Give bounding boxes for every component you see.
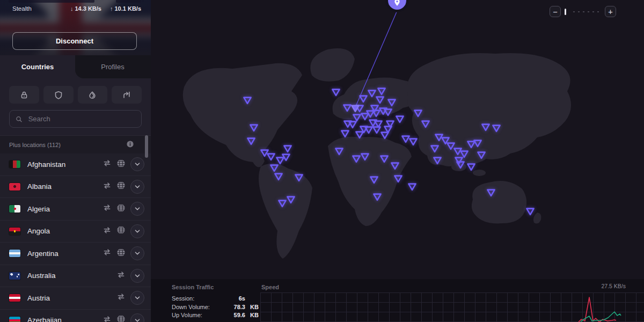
chevron-down-icon[interactable] <box>130 291 144 305</box>
speed-lines <box>260 292 644 322</box>
server-marker[interactable] <box>432 156 443 165</box>
server-marker[interactable] <box>476 150 487 160</box>
server-marker[interactable] <box>360 152 370 162</box>
server-marker[interactable] <box>281 152 291 162</box>
server-marker[interactable] <box>525 207 536 216</box>
server-marker[interactable] <box>246 136 257 146</box>
server-marker[interactable] <box>379 130 390 140</box>
server-marker[interactable] <box>408 137 419 147</box>
tab-profiles[interactable]: Profiles <box>75 55 150 78</box>
scrollbar-thumb[interactable] <box>145 135 148 158</box>
server-marker[interactable] <box>379 154 390 164</box>
globe-icon[interactable] <box>116 314 126 322</box>
server-marker[interactable] <box>429 144 440 153</box>
session-duration-row: Session: 6s <box>172 295 260 302</box>
globe-icon[interactable] <box>116 248 126 259</box>
disconnect-button[interactable]: Disconnect <box>12 32 137 50</box>
zoom-in-button[interactable]: + <box>605 6 616 17</box>
country-row[interactable]: Albania <box>0 176 151 199</box>
swap-arrows-icon[interactable] <box>103 226 112 237</box>
country-row[interactable]: Angola <box>0 221 151 243</box>
country-row[interactable]: Afghanistan <box>0 153 151 176</box>
info-icon[interactable] <box>126 140 134 149</box>
server-marker[interactable] <box>334 147 345 156</box>
server-marker[interactable] <box>354 130 365 140</box>
server-marker[interactable] <box>294 173 304 182</box>
server-marker[interactable] <box>248 123 259 133</box>
server-marker[interactable] <box>420 119 431 129</box>
globe-icon[interactable] <box>116 225 126 237</box>
server-marker[interactable] <box>480 122 491 132</box>
server-marker[interactable] <box>394 114 405 124</box>
globe-icon[interactable] <box>116 203 126 215</box>
country-row[interactable]: Austria <box>0 287 151 310</box>
country-row[interactable]: Australia <box>0 265 151 288</box>
server-marker[interactable] <box>369 175 379 185</box>
chevron-down-icon[interactable] <box>130 180 144 194</box>
down-volume-row: Down Volume: 78.3 KB <box>172 304 260 310</box>
up-volume-label: Up Volume: <box>172 312 223 318</box>
server-marker[interactable] <box>390 161 400 171</box>
zoom-out-button[interactable]: − <box>550 6 561 17</box>
server-marker[interactable] <box>466 162 477 172</box>
secure-core-button[interactable] <box>9 86 39 104</box>
server-marker[interactable] <box>282 144 293 153</box>
chevron-down-icon[interactable] <box>130 157 144 171</box>
server-marker[interactable] <box>491 123 502 133</box>
chevron-down-icon[interactable] <box>130 202 144 216</box>
download-speed: ↓14.3 KB/s <box>70 5 101 12</box>
plus-locations-label: Plus locations (112) <box>9 142 61 148</box>
country-flag <box>9 294 20 302</box>
server-marker[interactable] <box>331 87 341 97</box>
globe-icon[interactable] <box>116 159 126 170</box>
country-row[interactable]: Argentina <box>0 243 151 265</box>
server-marker[interactable] <box>340 129 350 138</box>
country-flag <box>9 250 20 257</box>
server-marker[interactable] <box>455 160 466 170</box>
tab-countries[interactable]: Countries <box>0 55 75 78</box>
server-marker[interactable] <box>347 120 358 129</box>
search-input[interactable] <box>27 114 135 123</box>
server-marker[interactable] <box>393 174 404 184</box>
server-marker[interactable] <box>286 195 296 204</box>
p2p-button[interactable] <box>112 86 142 104</box>
country-flag <box>9 160 20 168</box>
chevron-down-icon[interactable] <box>130 246 144 260</box>
swap-arrows-icon[interactable] <box>103 248 112 259</box>
country-row[interactable]: Algeria <box>0 198 151 221</box>
server-marker[interactable] <box>383 107 393 117</box>
country-row[interactable]: Azerbaijan <box>0 310 151 322</box>
connected-server-marker[interactable] <box>350 104 361 113</box>
chevron-down-icon[interactable] <box>130 224 144 238</box>
zoom-level-indicator[interactable] <box>565 9 566 15</box>
up-volume-value: 59.6 <box>223 312 245 318</box>
swap-arrows-icon[interactable] <box>103 181 112 192</box>
server-marker[interactable] <box>486 188 496 197</box>
feature-filter-row <box>0 78 151 109</box>
country-name: Azerbaijan <box>27 316 103 322</box>
server-marker[interactable] <box>472 138 483 148</box>
server-marker[interactable] <box>372 192 383 202</box>
server-marker[interactable] <box>358 94 369 104</box>
swap-arrows-icon[interactable] <box>116 270 126 281</box>
chevron-down-icon[interactable] <box>130 269 144 283</box>
server-marker[interactable] <box>242 96 253 105</box>
search-box[interactable] <box>9 110 142 128</box>
globe-icon[interactable] <box>116 181 126 192</box>
tor-button[interactable] <box>78 86 108 104</box>
swap-arrows-icon[interactable] <box>103 203 112 214</box>
server-marker[interactable] <box>371 108 382 118</box>
swap-arrows-icon[interactable] <box>103 159 112 170</box>
statistics-panel: Session Traffic Session: 6s Down Volume:… <box>151 279 644 322</box>
server-marker[interactable] <box>407 182 418 192</box>
world-map[interactable]: − + <box>151 0 644 322</box>
country-flag <box>9 228 20 235</box>
chevron-down-icon[interactable] <box>130 313 144 322</box>
netshield-button[interactable] <box>43 86 74 104</box>
zoom-slider[interactable] <box>572 11 599 13</box>
down-volume-unit: KB <box>245 304 260 310</box>
server-marker[interactable] <box>273 172 284 181</box>
server-marker[interactable] <box>413 108 423 118</box>
swap-arrows-icon[interactable] <box>103 315 112 322</box>
swap-arrows-icon[interactable] <box>116 292 126 303</box>
